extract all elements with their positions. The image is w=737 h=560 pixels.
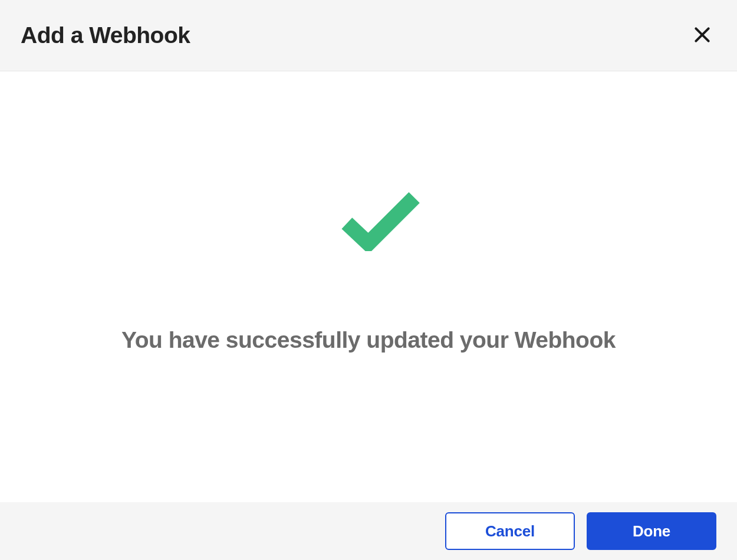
done-button[interactable]: Done xyxy=(587,512,716,550)
cancel-button[interactable]: Cancel xyxy=(445,512,575,550)
close-button[interactable] xyxy=(688,21,716,51)
modal-content: You have successfully updated your Webho… xyxy=(0,71,737,502)
close-icon xyxy=(693,25,712,46)
success-checkmark-icon xyxy=(341,189,420,253)
modal-header: Add a Webhook xyxy=(0,0,737,71)
success-message: You have successfully updated your Webho… xyxy=(121,327,616,353)
modal-footer: Cancel Done xyxy=(0,502,737,560)
modal-title: Add a Webhook xyxy=(21,22,190,48)
